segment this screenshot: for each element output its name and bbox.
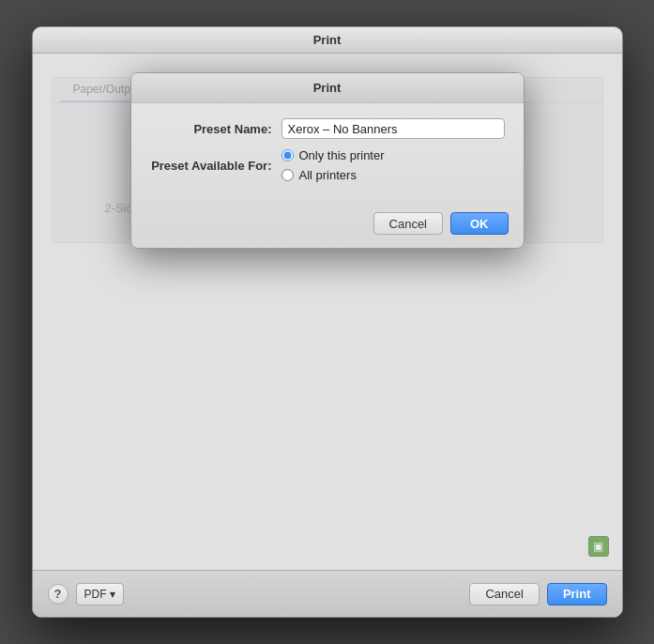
radio-all-label: All printers [299,168,357,182]
modal-body: Preset Name: Preset Available For: Only … [131,103,524,205]
radio-only-this-label: Only this printer [299,148,385,162]
preset-name-label: Preset Name: [150,122,281,136]
modal-footer: Cancel OK [131,205,524,248]
radio-all-input[interactable] [281,169,294,181]
bottom-bar: ? PDF ▾ Cancel Print [33,570,622,617]
modal-ok-button[interactable]: OK [450,212,509,235]
cancel-button[interactable]: Cancel [469,583,539,606]
modal-cancel-button[interactable]: Cancel [373,212,443,235]
print-main: Paper/Output Job Type: 🖨 Normal Print ▾ … [33,54,622,570]
radio-only-this-printer[interactable]: Only this printer [281,148,385,162]
print-window: Print Paper/Output Job Type: [32,26,623,618]
window-title: Print [313,33,342,47]
save-preset-dialog: Print Preset Name: Preset Available For: [130,72,525,249]
title-bar: Print [33,27,622,54]
radio-only-this-input[interactable] [281,149,294,161]
preset-name-input[interactable] [281,118,505,139]
help-button[interactable]: ? [48,584,68,605]
pdf-button[interactable]: PDF ▾ [76,583,124,606]
radio-all-printers[interactable]: All printers [281,168,385,182]
preset-name-row: Preset Name: [150,118,505,139]
modal-overlay: Print Preset Name: Preset Available For: [33,54,622,570]
preset-radio-group: Only this printer All printers [281,148,385,182]
preset-available-label: Preset Available For: [150,159,281,173]
modal-title: Print [313,81,342,95]
preset-available-row: Preset Available For: Only this printer … [150,148,505,182]
modal-title-bar: Print [131,73,524,103]
window-content: Paper/Output Job Type: 🖨 Normal Print ▾ … [33,54,622,617]
print-button[interactable]: Print [547,583,607,606]
